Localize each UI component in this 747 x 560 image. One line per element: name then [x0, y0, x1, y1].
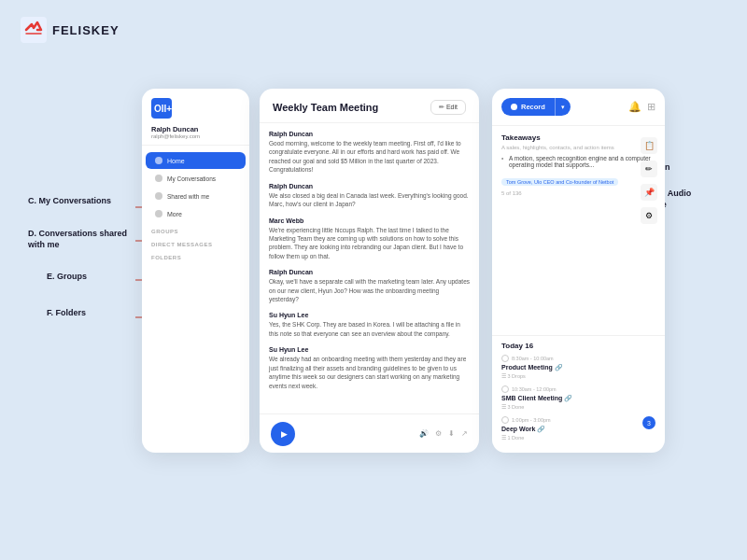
takeaway-item-1: A motion, speech recognition engine and …: [501, 155, 655, 168]
nav-home-label: Home: [167, 158, 185, 164]
annotation-d: D. Conversations shared with me: [28, 229, 135, 250]
download-icon[interactable]: ⬇: [448, 429, 455, 438]
nav-more-label: More: [167, 211, 182, 217]
today-event-2-sub: ☰ 3 Done: [501, 404, 655, 410]
today-event-1-time: 8:30am - 10:00am: [501, 355, 655, 362]
toolbar-icon-4[interactable]: ⚙: [641, 207, 657, 224]
msg-text-5: Yes, the SHK Corp. They are based in Kor…: [269, 320, 470, 338]
msg-text-3: We're experiencing little hiccups Ralph.…: [269, 226, 470, 261]
msg-block-6: Su Hyun Lee We already had an onboarding…: [269, 346, 470, 390]
takeaways-section: Takeaways A sales, highlights, contacts,…: [492, 126, 665, 203]
today-event-2-time: 10:30am - 12:00pm: [501, 385, 655, 393]
nav-header: OII+ Ralph Duncan ralph@feliskey.com: [142, 89, 249, 146]
right-panel: Record ▾ 🔔 ⊞ Takeaways A sales, highligh…: [492, 89, 665, 453]
event-1-indicator: [501, 355, 509, 362]
today-event-1-title: Product Meeting 🔗: [501, 364, 655, 371]
nav-user-name: Ralph Duncan: [151, 125, 240, 133]
msg-text-4: Okay, we'll have a separate call with th…: [269, 277, 470, 303]
nav-shared-icon: [155, 192, 162, 200]
share-icon[interactable]: ↗: [461, 429, 468, 438]
nav-section-groups: GROUPS: [142, 223, 249, 236]
volume-icon[interactable]: 🔊: [419, 429, 429, 438]
edit-button[interactable]: ✏ Edit: [430, 100, 466, 115]
msg-block-3: Marc Webb We're experiencing little hicc…: [269, 217, 470, 261]
svg-text:OII+: OII+: [154, 104, 172, 114]
msg-author-2: Ralph Duncan: [269, 183, 470, 189]
annotation-e: E. Groups: [47, 272, 87, 283]
event-2-time-text: 10:30am - 12:00pm: [512, 386, 557, 392]
nav-app-icon: OII+: [151, 98, 172, 119]
transcript-footer: 🔊 ⚙ ⬇ ↗: [260, 413, 479, 453]
logo-icon: [21, 17, 47, 43]
today-event-3-title: Deep Work 🔗: [501, 426, 551, 433]
speaker-chip: Tom Grove, Ulo CEO and Co-founder of Net…: [501, 178, 618, 186]
nav-item-my-conversations[interactable]: My Conversations: [146, 170, 246, 187]
msg-text-2: We also closed a big deal in Canada last…: [269, 191, 470, 209]
toolbar-icon-2[interactable]: ✏: [641, 161, 657, 177]
transcript-header: Weekly Team Meeting ✏ Edit: [260, 89, 479, 123]
nav-my-conv-icon: [155, 175, 162, 182]
msg-text-6: We already had an onboarding meeting wit…: [269, 355, 470, 390]
today-event-3-sub: ☰ 1 Done: [501, 435, 551, 441]
nav-logo-row: OII+: [151, 98, 240, 119]
event-3-indicator: [501, 416, 509, 424]
nav-panel: OII+ Ralph Duncan ralph@feliskey.com Hom…: [142, 89, 249, 453]
nav-home-icon: [155, 157, 162, 164]
record-dropdown-button[interactable]: ▾: [555, 98, 571, 116]
right-panel-header: Record ▾ 🔔 ⊞: [492, 89, 665, 126]
transcript-panel: Weekly Team Meeting ✏ Edit Ralph Duncan …: [260, 89, 479, 453]
nav-section-direct: DIRECT MESSAGES: [142, 236, 249, 249]
play-button[interactable]: [271, 422, 295, 446]
bell-icon[interactable]: 🔔: [628, 101, 641, 113]
msg-block-5: Su Hyun Lee Yes, the SHK Corp. They are …: [269, 312, 470, 338]
nav-item-shared[interactable]: Shared with me: [146, 188, 246, 204]
msg-author-3: Marc Webb: [269, 217, 470, 224]
record-indicator: [511, 104, 517, 110]
nav-user-email: ralph@feliskey.com: [151, 133, 240, 139]
record-button[interactable]: Record: [501, 98, 555, 116]
msg-block-1: Ralph Duncan Good morning, welcome to th…: [269, 131, 470, 175]
svg-rect-9: [21, 17, 47, 43]
nav-more-icon: [155, 210, 162, 217]
today-title: Today 16: [501, 342, 655, 350]
nav-item-home[interactable]: Home: [146, 152, 246, 169]
msg-author-4: Ralph Duncan: [269, 269, 470, 275]
today-event-3-time: 1:00pm - 3:00pm: [501, 416, 551, 424]
record-btn-group: Record ▾: [501, 98, 571, 116]
settings-icon[interactable]: ⚙: [435, 429, 442, 438]
today-section: Today 16 8:30am - 10:00am Product Meetin…: [492, 335, 665, 453]
logo-text: FELISKEY: [52, 23, 120, 37]
msg-author-1: Ralph Duncan: [269, 131, 470, 137]
nav-shared-label: Shared with me: [167, 193, 209, 200]
msg-block-4: Ralph Duncan Okay, we'll have a separate…: [269, 269, 470, 303]
nav-item-more[interactable]: More: [146, 205, 246, 222]
takeaway-count: 5 of 136: [501, 190, 655, 196]
transcript-title: Weekly Team Meeting: [273, 102, 378, 113]
annotation-f: F. Folders: [47, 308, 86, 319]
today-event-2: 10:30am - 12:00pm SMB Client Meeting 🔗 ☰…: [501, 385, 655, 410]
right-toolbar: 📋 ✏ 📌 ⚙: [641, 137, 657, 224]
today-event-3: 1:00pm - 3:00pm Deep Work 🔗 ☰ 1 Done 3: [501, 416, 655, 441]
today-event-2-title: SMB Client Meeting 🔗: [501, 395, 655, 402]
nav-menu: Home My Conversations Shared with me Mor…: [142, 146, 249, 268]
msg-author-5: Su Hyun Lee: [269, 312, 470, 318]
msg-block-2: Ralph Duncan We also closed a big deal i…: [269, 183, 470, 209]
event-3-time-text: 1:00pm - 3:00pm: [512, 417, 551, 423]
nav-my-conv-label: My Conversations: [167, 175, 216, 182]
takeaways-subtitle: A sales, highlights, contacts, and actio…: [501, 145, 655, 150]
record-label: Record: [521, 103, 545, 111]
transcript-messages: Ralph Duncan Good morning, welcome to th…: [260, 123, 479, 403]
event-1-time-text: 8:30am - 10:00am: [512, 356, 554, 361]
logo-area: FELISKEY: [21, 17, 120, 43]
nav-section-folders: FOLDERS: [142, 249, 249, 262]
toolbar-icon-1[interactable]: 📋: [641, 137, 657, 154]
event-3-badge: 3: [642, 416, 655, 429]
today-event-1-sub: ☰ 3 Drops: [501, 373, 655, 379]
toolbar-icon-3[interactable]: 📌: [641, 184, 657, 201]
footer-icons: 🔊 ⚙ ⬇ ↗: [419, 429, 468, 438]
grid-icon[interactable]: ⊞: [647, 101, 655, 113]
msg-text-1: Good morning, welcome to the weekly team…: [269, 139, 470, 175]
annotation-c: C. My Conversations: [28, 196, 111, 207]
msg-author-6: Su Hyun Lee: [269, 346, 470, 353]
event-2-indicator: [501, 385, 509, 393]
